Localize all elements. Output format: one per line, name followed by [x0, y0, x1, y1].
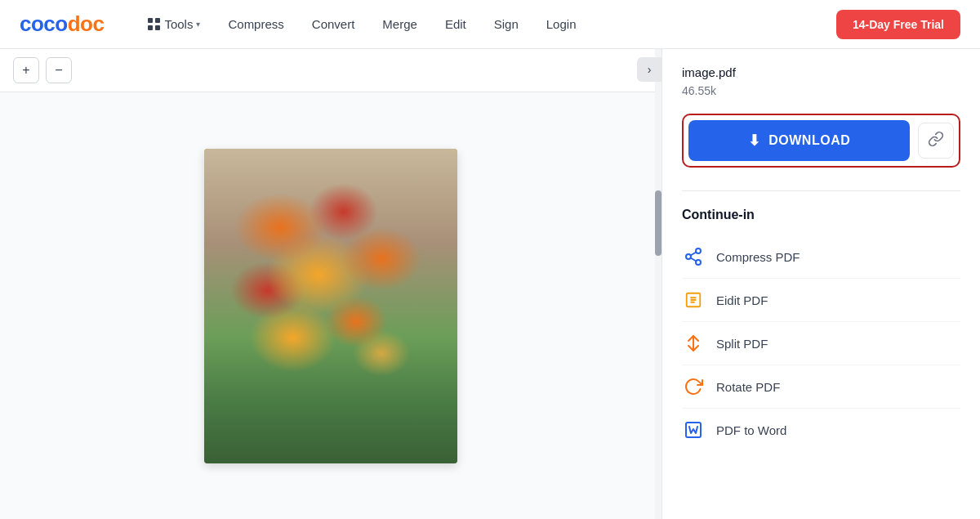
continue-word[interactable]: PDF to Word [682, 409, 960, 451]
file-size: 46.55k [682, 84, 960, 97]
pdf-content [204, 149, 457, 463]
trial-button[interactable]: 14-Day Free Trial [836, 10, 960, 39]
link-icon [928, 131, 944, 151]
nav-right: 14-Day Free Trial [836, 10, 960, 39]
compress-nav-item[interactable]: Compress [216, 11, 295, 38]
copy-link-button[interactable] [918, 123, 954, 159]
rotate-pdf-label: Rotate PDF [716, 380, 780, 394]
word-icon [682, 418, 705, 441]
compress-icon [682, 245, 705, 268]
pdf-page [204, 149, 457, 463]
zoom-in-button[interactable]: + [13, 57, 39, 83]
compress-pdf-label: Compress PDF [716, 250, 800, 264]
tools-grid-icon [148, 18, 161, 31]
convert-label: Convert [312, 17, 355, 31]
continue-edit[interactable]: Eidit PDF [682, 279, 960, 322]
right-panel: image.pdf 46.55k ⬇ DOWNLOAD Continue-in [662, 49, 980, 519]
edit-icon [682, 289, 705, 311]
logo: cocodoc [20, 11, 104, 37]
collapse-icon: › [648, 63, 652, 76]
merge-nav-item[interactable]: Merge [371, 11, 429, 38]
rotate-icon [682, 375, 705, 398]
divider [682, 190, 960, 191]
merge-label: Merge [382, 17, 417, 31]
split-pdf-label: Split PDF [716, 337, 768, 351]
zoom-out-button[interactable]: − [46, 57, 72, 83]
svg-point-9 [690, 297, 692, 298]
sign-label: Sign [494, 17, 519, 31]
continue-rotate[interactable]: Rotate PDF [682, 365, 960, 409]
login-label: Login [546, 17, 577, 31]
tools-label: Tools [164, 17, 193, 31]
logo-coco: coco [20, 11, 68, 36]
continue-split[interactable]: Split PDF [682, 322, 960, 365]
download-button[interactable]: ⬇ DOWNLOAD [688, 120, 910, 161]
svg-line-3 [691, 258, 697, 262]
split-icon [682, 332, 705, 355]
file-name: image.pdf [682, 65, 960, 79]
scrollbar-thumb[interactable] [655, 190, 662, 256]
logo-doc: doc [68, 11, 105, 36]
continue-in-title: Continue-in [682, 208, 960, 222]
main-layout: + − › image.pdf 46.55k ⬇ DOWNLOAD [0, 49, 980, 519]
svg-line-4 [691, 253, 697, 256]
header: cocodoc Tools ▾ Compress Convert Merge E… [0, 0, 980, 49]
compress-label: Compress [228, 17, 283, 31]
download-icon: ⬇ [748, 132, 761, 150]
collapse-panel-button[interactable]: › [637, 57, 662, 82]
nav: Tools ▾ Compress Convert Merge Edit Sign… [136, 11, 836, 38]
chevron-down-icon: ▾ [196, 20, 200, 29]
edit-label: Edit [445, 17, 466, 31]
tools-menu[interactable]: Tools ▾ [136, 11, 212, 38]
edit-pdf-label: Eidit PDF [716, 293, 768, 307]
download-section: ⬇ DOWNLOAD [682, 114, 960, 168]
login-nav-item[interactable]: Login [535, 11, 588, 38]
continue-compress[interactable]: Compress PDF [682, 235, 960, 279]
scrollbar[interactable] [655, 49, 662, 519]
download-label: DOWNLOAD [768, 133, 850, 148]
convert-nav-item[interactable]: Convert [301, 11, 367, 38]
edit-nav-item[interactable]: Edit [434, 11, 478, 38]
pdf-viewer [0, 92, 662, 519]
sign-nav-item[interactable]: Sign [483, 11, 530, 38]
left-panel: + − › [0, 49, 662, 519]
word-label: PDF to Word [716, 423, 786, 437]
viewer-toolbar: + − [0, 49, 662, 92]
